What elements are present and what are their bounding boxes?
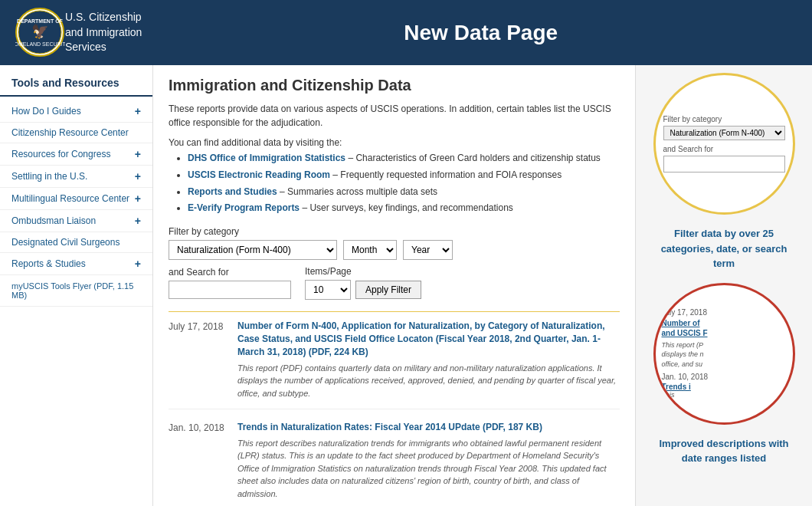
- external-links-list: DHS Office of Immigration Statistics – C…: [169, 152, 620, 215]
- header: DEPARTMENT OF HOMELAND SECURITY 🦅 U.S. C…: [0, 0, 812, 65]
- sidebar-item-multilingual[interactable]: Multilingual Resource Center +: [0, 188, 152, 210]
- svg-text:HOMELAND SECURITY: HOMELAND SECURITY: [15, 41, 65, 47]
- plus-icon-reports: +: [135, 258, 141, 270]
- report-description: This report (PDF) contains quarterly dat…: [237, 362, 620, 400]
- svg-text:DEPARTMENT OF: DEPARTMENT OF: [17, 18, 63, 24]
- plus-icon-settling: +: [135, 170, 141, 182]
- callout-filter-label: Filter by category: [663, 115, 785, 123]
- content-title: Immigration and Citizenship Data: [169, 77, 620, 94]
- filter-callout-circle: Filter by category Naturalization (Form …: [653, 73, 795, 215]
- plus-icon-ombudsman: +: [135, 215, 141, 227]
- list-item: Reports and Studies – Summaries across m…: [188, 186, 620, 199]
- items-per-page-select[interactable]: 10: [305, 280, 351, 300]
- filter-category-label: Filter by category: [169, 226, 620, 237]
- report-body: Number of Form N-400, Application for Na…: [237, 320, 620, 399]
- items-per-page-label: Items/Page: [305, 266, 421, 277]
- callout-search-input[interactable]: [663, 156, 785, 172]
- plus-icon-multilingual: +: [135, 192, 141, 205]
- report-item: July 17, 2018 Number of Form N-400, Appl…: [169, 320, 620, 409]
- filter-section: Filter by category Naturalization (Form …: [169, 226, 620, 300]
- report-date: July 17, 2018: [169, 320, 226, 399]
- agency-name: U.S. Citizenship and Immigration Service…: [65, 10, 142, 55]
- svg-text:🦅: 🦅: [31, 23, 49, 40]
- sidebar: Tools and Resources How Do I Guides + Ci…: [0, 65, 153, 506]
- report-body: Trends in Naturalization Rates: Fiscal Y…: [237, 421, 620, 500]
- page-title: New Data Page: [165, 21, 797, 45]
- sidebar-tools-flyer-link[interactable]: myUSCIS Tools Flyer (PDF, 1.15 MB): [11, 281, 141, 300]
- callout-report-date-1: July 17, 2018: [662, 308, 787, 317]
- month-select[interactable]: Month: [343, 240, 397, 260]
- plus-icon-how-do-i: +: [135, 105, 141, 117]
- filter-callout-text: Filter data by over 25 categories, date,…: [643, 226, 804, 271]
- uscis-logo: DEPARTMENT OF HOMELAND SECURITY 🦅: [15, 8, 65, 58]
- divider: [169, 311, 620, 312]
- sidebar-item-how-do-i[interactable]: How Do I Guides +: [0, 100, 152, 123]
- list-item: DHS Office of Immigration Statistics – C…: [188, 152, 620, 165]
- sidebar-item-reports[interactable]: Reports & Studies +: [0, 253, 152, 275]
- sidebar-title: Tools and Resources: [0, 73, 152, 97]
- sidebar-item-civil-surgeons[interactable]: Designated Civil Surgeons: [0, 232, 152, 253]
- uscis-reading-room-link[interactable]: USCIS Electronic Reading Room: [188, 169, 330, 180]
- report-title-link[interactable]: Trends in Naturalization Rates: Fiscal Y…: [237, 421, 620, 434]
- report-title-link[interactable]: Number of Form N-400, Application for Na…: [237, 320, 620, 358]
- report-item: Jan. 10, 2018 Trends in Naturalization R…: [169, 421, 620, 506]
- list-item: USCIS Electronic Reading Room – Frequent…: [188, 169, 620, 182]
- callout-category-select[interactable]: Naturalization (Form N-400): [663, 126, 785, 140]
- callout-report-link-1[interactable]: Number ofand USCIS F: [662, 318, 787, 338]
- improved-text: Improved descriptions with date ranges l…: [643, 436, 804, 466]
- filter-row-1: Naturalization (Form N-400) Month Year: [169, 240, 620, 260]
- content-area: Immigration and Citizenship Data These r…: [153, 65, 636, 506]
- report-description: This report describes naturalization tre…: [237, 437, 620, 501]
- main-layout: Tools and Resources How Do I Guides + Ci…: [0, 65, 812, 506]
- reports-studies-link[interactable]: Reports and Studies: [188, 186, 277, 197]
- links-intro: You can find additional data by visiting…: [169, 137, 620, 148]
- list-item: E-Verify Program Reports – User surveys,…: [188, 202, 620, 215]
- sidebar-item-citizenship[interactable]: Citizenship Resource Center: [0, 123, 152, 143]
- year-select[interactable]: Year: [403, 240, 453, 260]
- dhs-link[interactable]: DHS Office of Immigration Statistics: [188, 153, 345, 163]
- content-description: These reports provide data on various as…: [169, 102, 620, 130]
- callout-report-desc-2: This: [662, 391, 787, 399]
- report-date: Jan. 10, 2018: [169, 421, 226, 500]
- reports-callout-circle: July 17, 2018 Number ofand USCIS F This …: [653, 283, 795, 425]
- category-select[interactable]: Naturalization (Form N-400): [169, 240, 337, 260]
- sidebar-item-congress[interactable]: Resources for Congress +: [0, 143, 152, 166]
- callout-report-date-2: Jan. 10, 2018: [662, 373, 787, 381]
- right-panel: Filter by category Naturalization (Form …: [636, 65, 812, 506]
- sidebar-item-ombudsman[interactable]: Ombudsman Liaison +: [0, 210, 152, 232]
- search-input[interactable]: [169, 281, 291, 299]
- callout-report-link-2[interactable]: Trends i: [662, 383, 787, 391]
- filter-row-2: and Search for Items/Page 10 Apply Filte…: [169, 266, 620, 300]
- callout-search-label: and Search for: [663, 145, 785, 153]
- sidebar-item-settling[interactable]: Settling in the U.S. +: [0, 166, 152, 188]
- callout-report-desc-1: This report (Pdisplays the noffice, and …: [662, 340, 787, 370]
- apply-filter-button[interactable]: Apply Filter: [355, 281, 421, 299]
- everify-link[interactable]: E-Verify Program Reports: [188, 202, 300, 213]
- plus-icon-congress: +: [135, 148, 141, 160]
- search-label: and Search for: [169, 267, 291, 278]
